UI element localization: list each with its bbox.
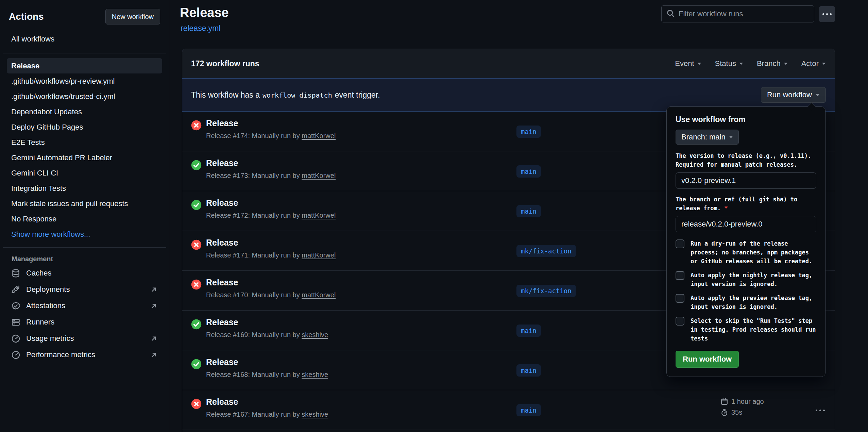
branch-badge[interactable]: main — [516, 364, 541, 377]
run-actor-link[interactable]: mattKorwel — [302, 172, 336, 179]
sidebar-item-deployments[interactable]: Deployments — [7, 281, 162, 298]
run-description-text: Release #171: Manually run by — [206, 251, 300, 259]
sidebar-item-usage-metrics[interactable]: Usage metrics — [7, 330, 162, 347]
show-more-workflows-link[interactable]: Show more workflows... — [7, 227, 162, 242]
sidebar-item-workflow[interactable]: Integration Tests — [7, 181, 162, 196]
workflow-run-row: Release Release #167: Manually run by sk… — [182, 390, 835, 430]
filter-workflow-runs-search[interactable] — [661, 5, 814, 22]
kebab-icon — [816, 410, 825, 411]
run-title[interactable]: Release — [206, 198, 238, 208]
sidebar-item-workflow[interactable]: Deploy GitHub Pages — [7, 119, 162, 135]
verified-icon — [11, 301, 20, 311]
header-kebab-button[interactable] — [819, 6, 835, 22]
branch-badge[interactable]: main — [516, 126, 541, 138]
meter-icon — [11, 334, 20, 343]
branch-badge[interactable]: main — [516, 325, 541, 337]
x-circle-icon — [191, 279, 202, 290]
version-input[interactable] — [676, 172, 816, 189]
run-actor-link[interactable]: skeshive — [302, 331, 328, 338]
filter-event[interactable]: Event — [675, 59, 701, 68]
filter-branch[interactable]: Branch — [757, 59, 788, 68]
branch-badge[interactable]: main — [516, 165, 541, 178]
banner-text: This workflow has aworkflow_dispatcheven… — [191, 90, 380, 100]
run-meta: 1 hour ago 35s — [720, 398, 764, 416]
runs-list-header: 172 workflow runs EventStatusBranchActor — [182, 49, 835, 78]
sidebar-item-performance-metrics[interactable]: Performance metrics — [7, 347, 162, 363]
run-actor-link[interactable]: mattKorwel — [302, 291, 336, 299]
sidebar-item-caches[interactable]: Caches — [7, 265, 162, 281]
sidebar-item-workflow[interactable]: .github/workflows/pr-review.yml — [7, 73, 162, 89]
workflow-input-option: Select to skip the "Run Tests" step in t… — [676, 316, 816, 343]
checkbox[interactable] — [676, 294, 684, 303]
run-actor-link[interactable]: mattKorwel — [302, 132, 336, 139]
branch-badge[interactable]: mk/fix-action — [516, 285, 576, 297]
branch-badge[interactable]: main — [516, 404, 541, 416]
external-link-icon — [150, 302, 158, 310]
run-description: Release #169: Manually run by skeshive — [206, 331, 328, 339]
sidebar-item-all-workflows[interactable]: All workflows — [7, 31, 162, 47]
run-description-text: Release #170: Manually run by — [206, 291, 300, 299]
run-title[interactable]: Release — [206, 357, 238, 367]
checkbox[interactable] — [676, 239, 684, 248]
workflow-file-link[interactable]: release.yml — [181, 24, 221, 33]
sidebar-item-runners[interactable]: Runners — [7, 314, 162, 330]
run-title[interactable]: Release — [206, 238, 238, 248]
external-link-icon — [150, 286, 158, 294]
filter-status[interactable]: Status — [715, 59, 743, 68]
sidebar-item-label: Caches — [26, 269, 52, 278]
checkbox-label: Run a dry-run of the release process; no… — [691, 239, 812, 266]
run-duration: 35s — [731, 409, 742, 416]
workflow-input-option: Auto apply the nightly release tag, inpu… — [676, 271, 816, 288]
run-actor-link[interactable]: mattKorwel — [302, 212, 336, 219]
run-actor-link[interactable]: mattKorwel — [302, 251, 336, 259]
sidebar-item-workflow[interactable]: Dependabot Updates — [7, 104, 162, 119]
checkbox-label: Auto apply the nightly release tag, inpu… — [691, 271, 812, 288]
sidebar-item-label: Mark stale issues and pull requests — [11, 199, 128, 208]
run-title[interactable]: Release — [206, 278, 238, 287]
run-actor-link[interactable]: skeshive — [302, 411, 328, 418]
meter-icon — [11, 350, 20, 360]
run-actor-link[interactable]: skeshive — [302, 371, 328, 378]
sidebar-item-label: Runners — [26, 318, 54, 327]
branch-badge[interactable]: main — [516, 205, 541, 217]
sidebar-item-label: Attestations — [26, 301, 65, 310]
popover-checkboxes: Run a dry-run of the release process; no… — [676, 239, 816, 343]
checkbox[interactable] — [676, 317, 684, 326]
new-workflow-button[interactable]: New workflow — [105, 9, 160, 24]
filter-actor[interactable]: Actor — [801, 59, 826, 68]
run-status-icon — [191, 359, 202, 369]
chevron-down-icon — [739, 63, 743, 65]
run-title[interactable]: Release — [206, 397, 238, 407]
run-title[interactable]: Release — [206, 158, 238, 168]
sidebar-item-workflow[interactable]: Gemini CLI CI — [7, 165, 162, 181]
kebab-icon — [822, 13, 832, 15]
sidebar-item-workflow[interactable]: Release — [7, 58, 162, 73]
run-status-icon — [191, 279, 202, 290]
run-workflow-dropdown-button[interactable]: Run workflow — [761, 87, 826, 103]
sidebar-item-label: Performance metrics — [26, 350, 95, 359]
workflow-input-option: Auto apply the preview release tag, inpu… — [676, 294, 816, 311]
run-filters: EventStatusBranchActor — [675, 59, 826, 68]
run-workflow-submit-button[interactable]: Run workflow — [676, 351, 739, 368]
sidebar-item-workflow[interactable]: Mark stale issues and pull requests — [7, 196, 162, 211]
run-title[interactable]: Release — [206, 317, 238, 327]
sidebar-item-label: Release — [11, 62, 39, 70]
sidebar-item-workflow[interactable]: Gemini Automated PR Labeler — [7, 150, 162, 165]
sidebar-item-attestations[interactable]: Attestations — [7, 298, 162, 314]
branch-select-button[interactable]: Branch: main — [676, 130, 739, 145]
run-workflow-popover: Use workflow from Branch: main The versi… — [666, 106, 826, 377]
page-title: Release — [180, 5, 229, 20]
sidebar-item-workflow[interactable]: No Response — [7, 211, 162, 227]
ref-input[interactable] — [676, 216, 816, 232]
run-description-text: Release #172: Manually run by — [206, 212, 300, 219]
branch-badge[interactable]: mk/fix-action — [516, 245, 576, 257]
chevron-down-icon — [784, 63, 787, 65]
sidebar-item-workflow[interactable]: .github/workflows/trusted-ci.yml — [7, 89, 162, 104]
x-circle-icon — [191, 399, 202, 409]
checkbox[interactable] — [676, 271, 684, 280]
sidebar-item-workflow[interactable]: E2E Tests — [7, 135, 162, 150]
search-input[interactable] — [679, 10, 809, 18]
run-kebab-button[interactable] — [811, 405, 830, 415]
chevron-down-icon — [729, 136, 733, 138]
run-title[interactable]: Release — [206, 118, 238, 128]
